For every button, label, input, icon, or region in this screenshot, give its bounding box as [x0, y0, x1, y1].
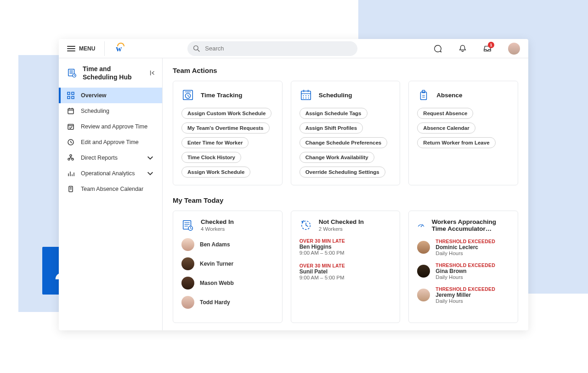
card-subtitle: 2 Workers [319, 226, 364, 232]
action-pill[interactable]: Assign Schedule Tags [300, 108, 368, 119]
card-title: Not Checked In [319, 218, 364, 225]
svg-line-24 [71, 142, 72, 143]
worker-name: Sunil Patel [300, 268, 392, 275]
nav-direct-reports[interactable]: Direct Reports [59, 150, 162, 166]
chat-icon[interactable] [434, 45, 442, 53]
worker-row[interactable]: Ben Adams [181, 238, 274, 251]
nav-review-approve[interactable]: Review and Approve Time [59, 119, 162, 134]
svg-line-29 [69, 158, 71, 158]
svg-point-49 [308, 95, 309, 96]
card-time-tracking: Time Tracking Assign Custom Work Schedul… [173, 81, 283, 185]
worker-avatar [417, 241, 430, 254]
svg-rect-20 [68, 124, 74, 129]
collapse-sidebar-icon[interactable] [149, 70, 156, 76]
action-pill[interactable]: Change Work Availability [300, 152, 374, 163]
nav-team-absence[interactable]: Team Absence Calendar [59, 181, 162, 197]
action-pill[interactable]: Enter Time for Worker [181, 137, 249, 148]
nav-label: Team Absence Calendar [81, 186, 143, 192]
search-icon [193, 45, 200, 52]
late-tag: OVER 30 MIN LATE [300, 238, 392, 244]
action-pill[interactable]: Time Clock History [181, 152, 241, 163]
svg-point-26 [68, 158, 70, 160]
worker-name: Mason Webb [200, 280, 234, 286]
nav-label: Overview [81, 92, 107, 99]
worker-name: Todd Hardy [200, 299, 230, 306]
chevron-down-icon [147, 154, 154, 161]
worker-name: Ben Adams [200, 241, 230, 248]
gauge-icon [417, 219, 425, 232]
worker-name: Ben Higgins [300, 244, 392, 250]
content: Team Actions Time Tracking Assign Custom… [163, 58, 528, 330]
menu-label: MENU [79, 45, 95, 52]
svg-rect-14 [68, 96, 70, 99]
card-title: Workers Approaching Time Accumulator… [432, 218, 509, 232]
inbox-badge: 1 [488, 42, 494, 48]
threshold-row[interactable]: THRESHOLD EXCEEDEDJeremy MillerDaily Hou… [417, 286, 509, 304]
action-pill[interactable]: My Team's Overtime Requests [181, 122, 270, 134]
card-scheduling: Scheduling Assign Schedule TagsAssign Sh… [291, 81, 401, 185]
chevron-down-icon [147, 170, 154, 177]
absence-icon [417, 89, 430, 101]
svg-line-3 [198, 50, 200, 51]
threshold-row[interactable]: THRESHOLD EXCEEDEDDominic LeclercDaily H… [417, 239, 509, 256]
not-checked-item[interactable]: OVER 30 MIN LATESunil Patel9:00 AM – 5:0… [300, 263, 392, 280]
card-title: Time Tracking [201, 92, 243, 99]
action-pill[interactable]: Change Schedule Preferences [300, 137, 388, 148]
svg-point-2 [194, 45, 198, 50]
card-subtitle: 4 Workers [201, 226, 234, 232]
svg-line-30 [71, 158, 73, 158]
worker-row[interactable]: Todd Hardy [181, 296, 274, 309]
notifications-icon[interactable] [458, 45, 467, 53]
sidebar-header: Time and Scheduling Hub [59, 58, 162, 88]
action-pill[interactable]: Return Worker from Leave [417, 137, 495, 148]
scheduling-icon [300, 89, 312, 101]
inbox-icon[interactable]: 1 [483, 45, 492, 53]
threshold-row[interactable]: THRESHOLD EXCEEDEDGina BrownDaily Hours [417, 262, 509, 280]
svg-point-52 [308, 97, 309, 98]
worker-avatar [181, 277, 194, 289]
action-pill[interactable]: Absence Calendar [417, 122, 475, 134]
worker-sub: Daily Hours [435, 298, 495, 304]
nav-analytics[interactable]: Operational Analytics [59, 166, 162, 181]
threshold-tag: THRESHOLD EXCEEDED [435, 286, 495, 292]
hamburger-icon [67, 46, 75, 51]
not-checked-in-icon [300, 219, 312, 232]
user-avatar[interactable] [508, 43, 520, 55]
workday-logo[interactable]: w [116, 44, 126, 54]
svg-point-50 [303, 97, 304, 98]
svg-point-47 [303, 95, 304, 96]
nav-scheduling[interactable]: Scheduling [59, 103, 162, 119]
menu-button[interactable]: MENU [67, 45, 95, 52]
app-window: MENU w 1 Time and Scheduling [59, 39, 528, 330]
worker-name: Dominic Leclerc [435, 244, 495, 251]
card-title: Absence [436, 92, 462, 99]
search-input[interactable] [187, 41, 357, 56]
nav-label: Review and Approve Time [81, 123, 147, 130]
late-tag: OVER 30 MIN LATE [300, 263, 392, 268]
svg-rect-12 [68, 92, 70, 95]
action-pill[interactable]: Assign Work Schedule [181, 167, 250, 178]
worker-row[interactable]: Kevin Turner [181, 257, 274, 270]
card-not-checked-in: Not Checked In 2 Workers OVER 30 MIN LAT… [291, 211, 401, 323]
svg-point-48 [305, 95, 306, 96]
hub-icon [67, 68, 77, 78]
svg-point-66 [421, 226, 422, 227]
worker-time: 9:00 AM – 5:00 PM [300, 250, 392, 256]
worker-row[interactable]: Mason Webb [181, 277, 274, 289]
time-tracking-icon [181, 89, 194, 101]
action-pill[interactable]: Override Scheduling Settings [300, 167, 385, 178]
checked-in-icon [181, 219, 194, 232]
worker-avatar [417, 265, 430, 278]
nav-overview[interactable]: Overview [59, 88, 162, 103]
action-pill[interactable]: Request Absence [417, 108, 473, 119]
action-pill[interactable]: Assign Custom Work Schedule [181, 108, 271, 119]
worker-avatar [181, 296, 194, 309]
not-checked-item[interactable]: OVER 30 MIN LATEBen Higgins9:00 AM – 5:0… [300, 238, 392, 256]
nav-label: Scheduling [81, 108, 109, 114]
nav-edit-approve[interactable]: Edit and Approve Time [59, 134, 162, 150]
svg-rect-54 [423, 90, 425, 93]
action-pill[interactable]: Assign Shift Profiles [300, 122, 363, 134]
worker-name: Gina Brown [435, 268, 495, 274]
sidebar: Time and Scheduling Hub Overview Schedul… [59, 58, 163, 330]
worker-name: Kevin Turner [200, 261, 233, 267]
